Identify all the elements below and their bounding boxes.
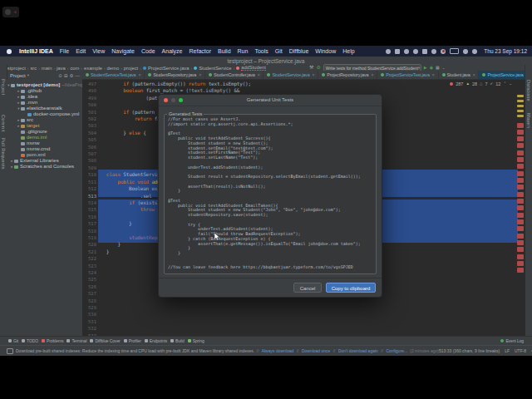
event-log-button[interactable]: Event Log [500, 338, 532, 343]
project-panel-header[interactable]: Project ▾ ⊙⊟⚙— [7, 71, 82, 80]
tool-window-button[interactable]: Terminal [66, 338, 86, 343]
close-window-icon[interactable] [164, 98, 168, 102]
tree-item[interactable]: ▸.mvn [7, 100, 82, 106]
menu-item[interactable]: Run [238, 48, 249, 54]
tab-close-icon[interactable]: × [258, 72, 260, 77]
menubar-status-icon[interactable] [431, 49, 436, 54]
breadcrumb-segment[interactable]: demo [107, 66, 120, 71]
caret-position[interactable]: 513:33 (360 chars, 9 line breaks) [439, 348, 500, 353]
tool-stripe-button[interactable]: Pull Requests [1, 138, 6, 170]
breadcrumb-method[interactable]: addStudent [241, 65, 266, 71]
editor-tab[interactable]: StudentController.java× [205, 71, 264, 79]
menubar-status-icon[interactable] [441, 49, 446, 54]
menu-item[interactable]: Analyze [162, 48, 183, 54]
menu-item[interactable]: File [60, 48, 69, 54]
tree-item[interactable]: pom.xml [7, 152, 82, 158]
tool-window-button[interactable]: TODO [22, 338, 38, 343]
menubar-status-icon[interactable] [395, 49, 400, 54]
prev-issue-icon[interactable]: ⌃ [503, 81, 506, 86]
dialog-title-bar[interactable]: Generated Unit Tests [159, 95, 382, 106]
breadcrumb-segment[interactable]: project [124, 66, 138, 71]
tool-stripe-button[interactable]: Database [526, 80, 531, 101]
tool-stripe-button[interactable]: Commit [1, 115, 6, 132]
generated-test-code[interactable]: //For most cases use AssertJ.//import st… [168, 117, 374, 272]
tool-window-button[interactable]: Build [170, 338, 185, 343]
editor-tab[interactable]: ProjectServiceTest.java× [377, 71, 438, 79]
status-link[interactable]: Configure... [386, 348, 407, 353]
error-stripe-scrollbar[interactable] [517, 88, 524, 332]
copy-to-clipboard-button[interactable]: Copy to clipboard [326, 283, 376, 293]
menubar-status-icon[interactable] [450, 48, 459, 54]
tool-stripe-button[interactable]: Project [1, 79, 6, 95]
menubar-status-icon[interactable] [404, 49, 409, 54]
menu-item[interactable]: Git [275, 48, 283, 54]
inspections-widget[interactable]: 287 ▲ 28 △ 7 ✔ 12 ⌃ ⌄ [450, 81, 512, 86]
tab-close-icon[interactable]: × [473, 72, 475, 77]
tree-item[interactable]: .gitignore [7, 129, 82, 135]
tool-window-button[interactable]: Endpoints [145, 338, 167, 343]
line-separator[interactable]: LF [505, 348, 510, 353]
menu-item[interactable]: Build [218, 48, 231, 54]
menu-item[interactable]: Window [315, 48, 336, 54]
minimize-window-icon[interactable] [171, 98, 175, 102]
breadcrumb-segment[interactable]: src [30, 66, 37, 71]
locate-icon[interactable]: ⊙ [58, 73, 62, 78]
menu-item[interactable]: Diffblue [289, 48, 309, 54]
menu-item[interactable]: View [92, 48, 105, 54]
tab-close-icon[interactable]: × [371, 72, 373, 77]
breadcrumb-file[interactable]: ProjectService.java [148, 66, 190, 71]
tool-window-button[interactable]: Spring [188, 338, 204, 343]
zoom-window-icon[interactable] [179, 98, 183, 102]
collapse-all-icon[interactable]: ⊟ [64, 73, 68, 78]
settings-icon[interactable]: ⚙ [70, 73, 74, 78]
breadcrumb-segment[interactable]: java [57, 66, 66, 71]
menu-item[interactable]: Tools [254, 48, 268, 54]
menu-item[interactable]: Navigate [111, 48, 135, 54]
hide-icon[interactable]: — [76, 73, 81, 78]
tab-close-icon[interactable]: × [199, 72, 201, 77]
menu-item[interactable]: Edit [76, 48, 86, 54]
tab-close-icon[interactable]: × [313, 72, 315, 77]
tree-item[interactable]: demo.iml [7, 135, 82, 140]
menu-item[interactable]: Refactor [190, 48, 211, 54]
status-link[interactable]: Always download [262, 348, 294, 353]
breadcrumb-segment[interactable]: com [70, 66, 79, 71]
editor-tab[interactable]: StudentRepository.java× [145, 71, 205, 79]
tab-close-icon[interactable]: × [432, 72, 435, 77]
tab-close-icon[interactable]: × [138, 72, 140, 77]
tree-item[interactable]: ▸target [7, 123, 82, 129]
tool-stripe-button[interactable]: Maven [526, 113, 531, 128]
tree-item[interactable]: ▸.idea [7, 94, 82, 100]
tree-item[interactable]: ▾elasticbeanstalk [7, 106, 82, 111]
tool-window-button[interactable]: Git [8, 338, 18, 343]
editor-tab[interactable]: ProjectRepository.java× [318, 71, 377, 79]
breadcrumb-segment[interactable]: main [42, 66, 52, 71]
editor-tab[interactable]: Student.java× [439, 71, 480, 79]
tree-item[interactable]: mvnw [7, 140, 82, 146]
menu-item[interactable]: Help [342, 48, 354, 54]
menu-item[interactable]: IntelliJ IDEA [19, 48, 53, 54]
breadcrumb-segment[interactable]: example [84, 66, 102, 71]
tool-window-button[interactable]: Problems [42, 338, 63, 343]
tool-window-button[interactable]: Profiler [124, 338, 141, 343]
menubar-status-icon[interactable] [463, 49, 468, 54]
menubar-status-icon[interactable] [413, 49, 418, 54]
cancel-button[interactable]: Cancel [293, 283, 322, 293]
tree-item[interactable]: docker-compose.yml [7, 111, 82, 117]
project-root-row[interactable]: ▾ testproject [demo] ~/IdeaProjects/test… [7, 82, 82, 88]
tree-item[interactable]: ▸.github [7, 88, 82, 94]
status-link[interactable]: Don't download again [338, 348, 378, 353]
menubar-status-icon[interactable] [472, 49, 477, 54]
apple-icon[interactable] [7, 49, 12, 54]
breadcrumb-class[interactable]: StudentService [199, 66, 231, 71]
tree-item[interactable]: ▸Scratches and Consoles [7, 164, 82, 170]
tree-item[interactable]: ▸src [7, 117, 82, 123]
tree-item[interactable]: mvnw.cmd [7, 146, 82, 152]
menubar-status-icon[interactable] [386, 49, 391, 54]
tool-window-button[interactable]: Diffblue Cover [90, 338, 120, 343]
editor-tab[interactable]: StudentServiceTest.java× [82, 71, 145, 79]
menubar-status-icon[interactable] [422, 49, 427, 54]
status-link[interactable]: Download once [302, 348, 330, 353]
tree-item[interactable]: ▸External Libraries [7, 158, 82, 164]
next-issue-icon[interactable]: ⌄ [509, 81, 512, 86]
